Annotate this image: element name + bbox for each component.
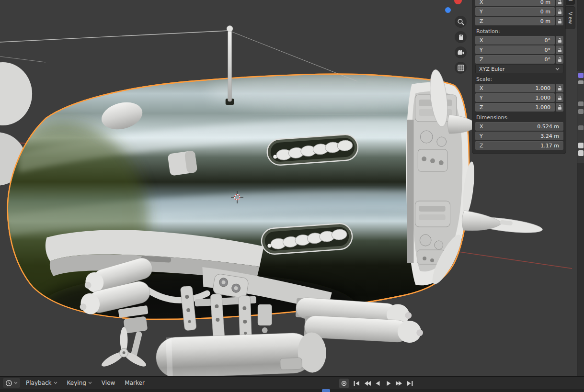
rotation-z-row: Z 0° (475, 55, 563, 64)
properties-tab-icon[interactable] (578, 80, 584, 84)
tank (155, 332, 327, 376)
prev-keyframe-icon (364, 381, 371, 386)
rotation-x-field[interactable]: X 0° (475, 36, 555, 45)
lock-icon[interactable] (556, 7, 563, 16)
scale-y-field[interactable]: Y 1.000 (475, 93, 555, 102)
pan-button[interactable] (455, 31, 467, 43)
blender-window: X 0 m Y 0 m (0, 0, 584, 392)
play-icon (385, 381, 392, 386)
properties-tab-icon[interactable] (578, 73, 584, 78)
scale-label: Scale: (476, 76, 563, 82)
rotation-x-row: X 0° (475, 36, 563, 45)
jump-to-start-icon (353, 381, 361, 386)
dimensions-z-row: Z 1.17 m (475, 141, 563, 150)
grid-toggle-button[interactable] (455, 62, 467, 74)
scale-z-field[interactable]: Z 1.000 (475, 103, 555, 112)
menu-marker[interactable]: Marker (121, 379, 148, 387)
sidebar-panel: X 0 m Y 0 m (472, 0, 566, 154)
play-button[interactable] (384, 379, 393, 388)
lock-icon[interactable] (556, 103, 563, 112)
location-y-row: Y 0 m (475, 7, 563, 16)
camera-view-button[interactable] (455, 46, 467, 58)
play-reverse-icon (374, 381, 382, 386)
scale-x-field[interactable]: X 1.000 (475, 84, 555, 92)
menu-playback[interactable]: Playback (22, 379, 61, 387)
play-reverse-button[interactable] (373, 379, 383, 388)
3d-viewport[interactable]: X 0 m Y 0 m (0, 0, 576, 376)
next-keyframe-icon (395, 381, 403, 386)
dimensions-y-row: Y 3.24 m (475, 132, 563, 140)
timeline-strip[interactable] (0, 389, 584, 392)
properties-tab-icon[interactable] (578, 101, 584, 106)
dimensions-y-field[interactable]: Y 3.24 m (475, 132, 563, 140)
rotation-label: Rotation: (476, 28, 563, 34)
lock-icon[interactable] (556, 36, 563, 45)
record-button[interactable] (339, 379, 349, 388)
nav-axis-blue-dot[interactable] (445, 7, 451, 13)
chevron-down-icon (54, 381, 57, 384)
rotation-y-row: Y 0° (475, 45, 563, 54)
playhead[interactable] (322, 389, 330, 392)
scale-x-row: X 1.000 (475, 84, 563, 92)
properties-tab-icon[interactable] (578, 125, 584, 130)
fuselage-box (167, 150, 197, 176)
antenna-wires (0, 31, 357, 81)
lock-icon[interactable] (556, 55, 563, 64)
jump-to-end-button[interactable] (405, 379, 414, 388)
location-z-field[interactable]: Z 0 m (475, 17, 555, 25)
rotation-z-field[interactable]: Z 0° (475, 55, 555, 64)
dimensions-label: Dimensions: (476, 114, 563, 121)
jump-to-start-button[interactable] (352, 379, 362, 388)
dimensions-x-field[interactable]: X 0.524 m (475, 122, 563, 131)
lock-icon[interactable] (556, 0, 563, 6)
properties-tab-icon[interactable] (578, 109, 584, 114)
properties-field-sliver (578, 150, 584, 156)
location-z-row: Z 0 m (475, 17, 563, 25)
scale-y-row: Y 1.000 (475, 93, 563, 102)
chevron-down-icon (88, 381, 92, 384)
next-keyframe-button[interactable] (394, 379, 404, 388)
properties-editor-sliver (577, 0, 584, 376)
camera-icon (457, 49, 465, 56)
sidebar-tab-view[interactable]: View (566, 7, 575, 29)
dimensions-z-field[interactable]: Z 1.17 m (475, 141, 563, 150)
scale-z-row: Z 1.000 (475, 103, 563, 112)
sidebar-tab-tool[interactable]: Tool (566, 0, 575, 5)
lock-icon[interactable] (556, 84, 563, 92)
lock-icon[interactable] (556, 17, 563, 25)
record-icon (341, 380, 347, 387)
editor-type-button[interactable] (3, 378, 20, 388)
menu-view[interactable]: View (98, 379, 119, 387)
3d-cursor (231, 191, 243, 203)
timeline-header: Playback Keying View Marker (0, 376, 584, 389)
location-x-row: X 0 m (475, 0, 563, 6)
zoom-button[interactable] (455, 16, 467, 28)
properties-field-sliver (578, 143, 584, 148)
viewport-gizmos (455, 16, 467, 74)
grid-icon (457, 64, 465, 72)
lock-icon[interactable] (556, 93, 563, 102)
chevron-down-icon (555, 67, 560, 70)
clock-icon (5, 380, 12, 387)
rotation-mode-dropdown[interactable]: XYZ Euler (475, 65, 563, 73)
menu-keying[interactable]: Keying (63, 379, 96, 387)
location-y-field[interactable]: Y 0 m (475, 7, 555, 16)
location-x-field[interactable]: X 0 m (475, 0, 555, 6)
transport-controls (339, 377, 414, 390)
zoom-icon (457, 18, 465, 26)
dimensions-x-row: X 0.524 m (475, 122, 563, 131)
hand-icon (457, 34, 465, 41)
lock-icon[interactable] (556, 45, 563, 54)
prev-keyframe-button[interactable] (363, 379, 372, 388)
rotation-y-field[interactable]: Y 0° (475, 45, 555, 54)
chevron-down-icon (14, 381, 18, 384)
jump-to-end-icon (406, 381, 413, 386)
